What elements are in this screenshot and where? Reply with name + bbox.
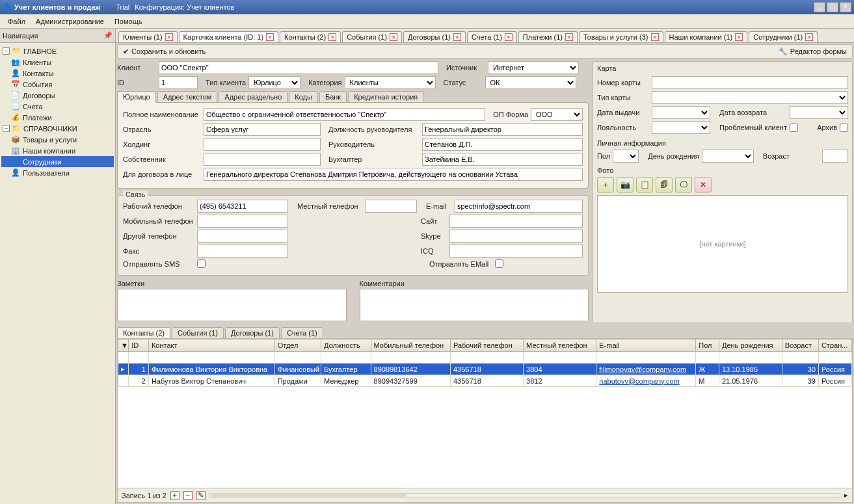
grid-col-country[interactable]: Стран... [818, 339, 851, 352]
tab-invoices[interactable]: Счета (1)× [467, 31, 517, 42]
close-icon[interactable]: × [390, 33, 397, 41]
grid-col-mob[interactable]: Мобильный телефон [371, 339, 450, 352]
tab-clients[interactable]: Клиенты (1)× [118, 31, 178, 42]
btab-invoices[interactable]: Счета (1) [281, 327, 323, 339]
tree-node-invoices[interactable]: 📃Счета [1, 101, 114, 112]
save-button[interactable]: ✔Сохранить и обновить [120, 47, 208, 57]
cat-select[interactable]: Клиенты [345, 76, 436, 89]
tab-events[interactable]: События (1)× [342, 31, 402, 42]
semail-checkbox[interactable] [495, 259, 503, 268]
issue-select[interactable] [652, 106, 710, 119]
skype-field[interactable] [449, 230, 583, 243]
photo-view-button[interactable]: 🖵 [675, 177, 692, 192]
subtab-addr-split[interactable]: Адрес раздельно [219, 91, 287, 103]
grid-filter-col[interactable]: ▼ [118, 339, 129, 352]
status-select[interactable]: ОК [485, 76, 576, 89]
btab-contacts[interactable]: Контакты (2) [117, 327, 170, 339]
pin-icon[interactable]: 📌 [103, 31, 113, 40]
close-icon[interactable]: × [805, 33, 813, 41]
id-field[interactable] [159, 76, 198, 89]
tree-node-companies[interactable]: 🏢Наши компании [1, 145, 114, 156]
grid-scroll-right[interactable]: ▸ [844, 491, 848, 499]
close-icon[interactable]: × [505, 33, 513, 41]
bday-select[interactable] [702, 150, 754, 163]
age-field[interactable] [822, 150, 848, 163]
tree-node-refs[interactable]: −📁СПРАВОЧНИКИ [1, 123, 114, 134]
photo-add-button[interactable]: ＋ [597, 177, 614, 192]
close-icon[interactable]: × [328, 33, 336, 41]
owner-field[interactable] [204, 153, 321, 166]
cardtype-select[interactable] [652, 91, 848, 104]
tree-node-clients[interactable]: 👥Клиенты [1, 57, 114, 68]
accountant-field[interactable] [422, 153, 583, 166]
tab-contacts[interactable]: Контакты (2)× [280, 31, 341, 42]
wphone-field[interactable] [197, 200, 288, 213]
tab-contracts[interactable]: Договоры (1)× [403, 31, 466, 42]
close-icon[interactable]: × [266, 33, 274, 41]
grid-h-scrollbar[interactable] [209, 493, 840, 498]
ctype-select[interactable]: Юрлицо [248, 76, 300, 89]
grid-col-contact[interactable]: Контакт [148, 339, 274, 352]
tree-node-products[interactable]: 📦Товары и услуги [1, 134, 114, 145]
holding-field[interactable] [204, 138, 321, 151]
subtab-credit[interactable]: Кредитная история [348, 91, 423, 103]
icq-field[interactable] [449, 245, 583, 258]
archive-checkbox[interactable] [840, 124, 848, 132]
photo-delete-button[interactable]: ✕ [695, 177, 712, 192]
grid-col-email[interactable]: E-mail [596, 339, 696, 352]
maximize-button[interactable]: □ [827, 2, 838, 12]
grid-col-bday[interactable]: День рождения [719, 339, 782, 352]
client-field[interactable] [159, 61, 438, 74]
close-icon[interactable]: × [165, 33, 173, 41]
photo-webcam-button[interactable]: 📷 [617, 177, 634, 192]
close-icon[interactable]: × [453, 33, 461, 41]
email-field[interactable] [455, 200, 583, 213]
comments-field[interactable] [360, 289, 589, 321]
inlaw-field[interactable] [204, 168, 583, 181]
close-icon[interactable]: × [651, 33, 659, 41]
sms-checkbox[interactable] [197, 259, 206, 268]
close-icon[interactable]: × [735, 33, 743, 41]
grid-col-work[interactable]: Рабочий телефон [450, 339, 523, 352]
tree-node-employees[interactable]: 👤Сотрудники [1, 156, 114, 167]
subtab-legal[interactable]: Юрлицо [117, 91, 156, 103]
subtab-codes[interactable]: Коды [289, 91, 318, 103]
tab-employees[interactable]: Сотрудники (1)× [749, 31, 818, 42]
menu-admin[interactable]: Администрирование [31, 16, 109, 27]
tree-node-events[interactable]: 📅События [1, 79, 114, 90]
tab-client-card[interactable]: Карточка клиента (ID: 1)× [179, 31, 279, 42]
tree-node-contacts[interactable]: 👤Контакты [1, 68, 114, 79]
tree-node-users[interactable]: 👤Пользователи [1, 167, 114, 178]
loyal-select[interactable] [652, 121, 710, 134]
site-field[interactable] [449, 215, 583, 228]
grid-del-button[interactable]: − [183, 491, 193, 500]
grid-col-age[interactable]: Возраст [782, 339, 818, 352]
grid-filter-row[interactable] [118, 352, 852, 364]
photo-copy-button[interactable]: 🗐 [656, 177, 673, 192]
grid-add-button[interactable]: + [170, 491, 180, 500]
mphone-field[interactable] [197, 215, 288, 228]
problem-checkbox[interactable] [790, 124, 798, 132]
close-button[interactable]: × [840, 2, 851, 12]
lphone-field[interactable] [365, 200, 417, 213]
fullname-field[interactable] [204, 108, 485, 121]
btab-events[interactable]: События (1) [172, 327, 224, 339]
tree-node-contracts[interactable]: 📄Договоры [1, 90, 114, 101]
tab-payments[interactable]: Платежи (1)× [518, 31, 578, 42]
menu-help[interactable]: Помощь [109, 16, 148, 27]
industry-field[interactable] [204, 123, 321, 136]
source-select[interactable]: Интернет [488, 61, 579, 74]
grid-col-pos[interactable]: Должность [321, 339, 371, 352]
close-icon[interactable]: × [565, 33, 573, 41]
btab-contracts[interactable]: Договоры (1) [225, 327, 280, 339]
cardnum-field[interactable] [652, 76, 848, 89]
ophone-field[interactable] [197, 230, 288, 243]
photo-paste-button[interactable]: 📋 [636, 177, 653, 192]
grid-col-loc[interactable]: Местный телефон [524, 339, 596, 352]
notes-field[interactable] [117, 289, 347, 321]
grid-col-dept[interactable]: Отдел [274, 339, 321, 352]
fax-field[interactable] [197, 245, 288, 258]
grid-edit-button[interactable]: ✎ [196, 491, 206, 500]
tree-node-payments[interactable]: 💰Платежи [1, 112, 114, 123]
form-editor-button[interactable]: 🔧Редактор формы [776, 47, 849, 57]
